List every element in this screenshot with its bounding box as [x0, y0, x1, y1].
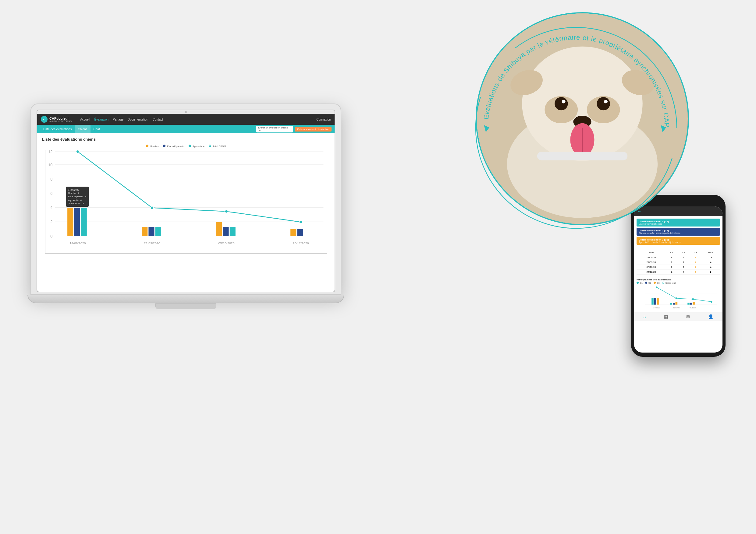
svg-rect-63	[688, 303, 689, 305]
td-c2-1: 4	[678, 255, 689, 260]
tab-liste[interactable]: Liste des évaluations	[40, 125, 75, 133]
td-c1-2: 2	[666, 260, 678, 265]
legend-agressivite: Agressivité	[189, 145, 204, 148]
td-c1-1: 4	[666, 255, 678, 260]
phone-nav-user[interactable]: 👤	[708, 314, 713, 319]
svg-rect-43	[148, 227, 154, 236]
phone-chart-legend: C1 C2 C3 Saisie total	[634, 282, 722, 285]
svg-text:8: 8	[50, 177, 52, 181]
svg-text:12: 12	[48, 150, 52, 154]
th-c2: C2	[678, 250, 689, 255]
td-c3-2: 1	[689, 260, 701, 265]
svg-text:21/09/20: 21/09/20	[673, 307, 680, 309]
td-eval-3: 05/10/20	[636, 265, 666, 270]
td-c3-4: 0	[689, 270, 701, 275]
svg-rect-40	[74, 208, 80, 236]
svg-point-51	[150, 206, 154, 209]
app-navbar: C CAPdouleur ANIMAL MONITORING Accueil É…	[37, 114, 335, 125]
svg-point-66	[656, 287, 658, 288]
app-content: Liste des évaluations chiens Marcher Éta…	[37, 133, 335, 257]
svg-point-0	[476, 27, 677, 228]
arc-text-container: Evaluations de Shibuya par le vétérinair…	[457, 9, 695, 247]
nav-contact[interactable]: Contact	[152, 118, 163, 121]
nav-items: Accueil Évaluation Partage Documentation…	[80, 118, 311, 121]
svg-point-67	[676, 297, 677, 299]
app-logo: C CAPdouleur ANIMAL MONITORING	[41, 116, 71, 123]
chart-area: 0 2 4 6 8 10 12 14/09/2020 21/09/2020 05…	[45, 150, 327, 254]
laptop: C CAPdouleur ANIMAL MONITORING Accueil É…	[31, 104, 341, 309]
chart-legend: Marcher États dépressifs Agressivité Tot…	[42, 145, 330, 148]
phone-nav-home[interactable]: ⌂	[643, 314, 646, 319]
sub-nav-search: Entrer un évaluation chiens >> Faire une…	[256, 126, 332, 133]
svg-text:6: 6	[50, 191, 52, 196]
svg-text:C: C	[43, 118, 45, 121]
tooltip-marcher: Marcher : 4	[68, 191, 87, 195]
phone-nav-chart[interactable]: ▦	[664, 314, 668, 319]
td-c3-3: 1	[689, 265, 701, 270]
th-eval: Eval	[636, 250, 666, 255]
td-total-4: 2	[701, 270, 720, 275]
td-eval-4: 26/12/20	[636, 270, 666, 275]
search-box[interactable]: Entrer un évaluation chiens >>	[256, 126, 293, 133]
svg-rect-48	[290, 229, 296, 236]
phone-dot-c3	[654, 282, 656, 284]
svg-point-69	[711, 301, 713, 303]
td-c2-4: 0	[678, 270, 689, 275]
svg-rect-46	[223, 227, 229, 236]
svg-point-52	[225, 210, 228, 213]
page-title: Liste des évaluations chiens	[42, 137, 330, 141]
td-c2-3: 1	[678, 265, 689, 270]
tooltip-total: Total CBOM : 12	[68, 202, 87, 205]
phone-legend-c1: C1	[636, 282, 643, 284]
svg-text:2: 2	[50, 220, 52, 224]
svg-point-68	[692, 298, 694, 300]
phone-mini-chart: 14/09/20 21/09/20 05/10/20	[636, 285, 720, 310]
phone-chart-svg: 14/09/20 21/09/20 05/10/20	[636, 285, 720, 310]
tooltip-date: 14/09/2020	[68, 188, 87, 191]
table-row-1: 14/09/20 4 4 4 12	[636, 255, 720, 260]
td-total-3: 4	[701, 265, 720, 270]
nav-evaluation[interactable]: Évaluation	[94, 118, 108, 121]
svg-point-53	[299, 220, 303, 223]
svg-rect-64	[690, 303, 692, 305]
td-c3-1: 4	[689, 255, 701, 260]
th-c3: C3	[689, 250, 701, 255]
td-c2-2: 1	[678, 260, 689, 265]
table-row-3: 05/10/20 2 1 1 4	[636, 265, 720, 270]
phone-dot-c2	[645, 282, 647, 284]
td-total-2: 4	[701, 260, 720, 265]
svg-text:14/09/2020: 14/09/2020	[70, 242, 86, 245]
svg-rect-39	[68, 208, 73, 236]
td-total-1: 12	[701, 255, 720, 260]
tab-chat[interactable]: Chat	[91, 125, 103, 133]
svg-text:10: 10	[48, 163, 52, 167]
svg-rect-57	[652, 298, 654, 305]
svg-rect-41	[81, 208, 87, 236]
legend-dot-etats	[163, 145, 166, 147]
phone-table: Eval C1 C2 C3 Total 14/09/20 4 4 4	[636, 250, 720, 275]
legend-dot-marcher	[146, 145, 148, 147]
td-c1-4: 2	[666, 270, 678, 275]
nav-documentation[interactable]: Documentation	[128, 118, 148, 121]
legend-dot-agressivite	[189, 145, 191, 147]
new-eval-button[interactable]: Faire une nouvelle évaluation	[295, 127, 332, 132]
table-row-4: 26/12/20 2 0 0 2	[636, 270, 720, 275]
phone-nav-mail[interactable]: ✉	[686, 314, 690, 319]
logo-text: CAPdouleur	[49, 116, 71, 120]
legend-dot-total	[209, 145, 211, 147]
phone-dot-total	[662, 282, 664, 284]
svg-rect-45	[216, 222, 222, 236]
logo-sub: ANIMAL MONITORING	[49, 120, 71, 122]
nav-partage[interactable]: Partage	[113, 118, 123, 121]
svg-text:4: 4	[50, 206, 52, 210]
sub-navbar: Liste des évaluations Chiens Chat Entrer…	[37, 125, 335, 133]
connexion-button[interactable]: Connexion	[316, 118, 331, 121]
th-c1: C1	[666, 250, 678, 255]
phone-chart-title: Histogramme des évaluations	[634, 276, 722, 282]
tab-chiens[interactable]: Chiens	[75, 125, 90, 133]
phone-legend-c3: C3	[654, 282, 660, 284]
svg-text:0: 0	[50, 234, 52, 239]
svg-rect-42	[142, 227, 148, 236]
nav-accueil[interactable]: Accueil	[80, 118, 90, 121]
legend-marcher: Marcher	[146, 145, 159, 148]
